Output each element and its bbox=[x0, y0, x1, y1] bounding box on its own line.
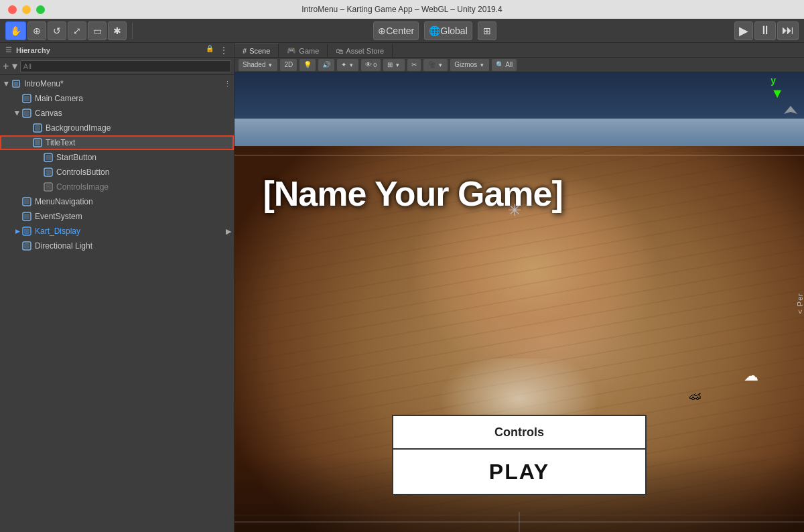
main-camera-icon bbox=[21, 93, 32, 104]
kart-display-label: Kart_Display bbox=[35, 226, 80, 236]
hierarchy-item-startbutton[interactable]: ▶ StartButton bbox=[0, 150, 234, 165]
search-small-icon: 🔍 bbox=[496, 61, 504, 68]
tab-scene[interactable]: # Scene bbox=[234, 44, 279, 57]
controls-button-display: Controls bbox=[392, 415, 647, 450]
canvas-icon bbox=[21, 108, 32, 119]
scene-lighting-button[interactable]: 💡 bbox=[299, 59, 316, 71]
move-tool-button[interactable]: ⊕ bbox=[27, 21, 46, 40]
gizmos-icon: ✂ bbox=[411, 61, 417, 68]
transform-tool-button[interactable]: ✱ bbox=[108, 21, 127, 40]
hierarchy-item-directional-light[interactable]: ▶ Directional Light bbox=[0, 239, 234, 253]
scale-icon: ⤢ bbox=[73, 25, 81, 36]
cloud-object: ☁ bbox=[744, 367, 758, 385]
shaded-dropdown[interactable]: Shaded ▾ bbox=[239, 59, 277, 71]
hand-icon: ✋ bbox=[10, 25, 21, 36]
hierarchy-item-backgroundimage[interactable]: ▶ BackgroundImage bbox=[0, 121, 234, 135]
fx-icon: ✦ bbox=[341, 61, 346, 68]
maximize-button[interactable] bbox=[36, 5, 45, 14]
tab-game[interactable]: 🎮 Game bbox=[279, 44, 328, 57]
2d-button[interactable]: 2D bbox=[280, 59, 297, 71]
kart-more-icon[interactable]: ▶ bbox=[226, 227, 231, 236]
scene-area: # Scene 🎮 Game 🛍 Asset Store Shaded ▾ 2D bbox=[234, 43, 804, 532]
global-icon: 🌐 bbox=[429, 25, 440, 36]
canvas-arrow: ▶ bbox=[13, 109, 21, 117]
move-gizmo bbox=[784, 106, 797, 126]
audio-icon: 🔊 bbox=[322, 61, 330, 68]
toolbar-right: ▶ ⏸ ⏭ bbox=[734, 21, 799, 40]
rotate-icon: ↺ bbox=[53, 25, 61, 36]
hidden-icon: 👁 bbox=[365, 61, 372, 68]
game-buttons: Controls PLAY bbox=[392, 415, 647, 495]
svg-rect-11 bbox=[46, 155, 51, 160]
more-icon[interactable]: ⋮ bbox=[219, 45, 228, 56]
controlsimage-icon bbox=[43, 182, 54, 192]
scene-toolbar: Shaded ▾ 2D 💡 🔊 ✦ ▾ 👁 0 ⊞ ▾ bbox=[234, 58, 804, 72]
grid-icon: ⊞ bbox=[387, 61, 393, 68]
step-button[interactable]: ⏭ bbox=[777, 21, 799, 40]
camera-dropdown-icon: ▾ bbox=[437, 62, 444, 68]
close-button[interactable] bbox=[8, 5, 17, 14]
y-label: y bbox=[770, 75, 784, 86]
pause-button[interactable]: ⏸ bbox=[754, 21, 776, 40]
controlsbutton-icon bbox=[43, 167, 54, 178]
scene-audio-button[interactable]: 🔊 bbox=[318, 59, 334, 71]
controlsbutton-label: ControlsButton bbox=[56, 168, 109, 177]
svg-rect-1 bbox=[14, 82, 18, 86]
scene-gizmos-dropdown[interactable]: ✂ bbox=[407, 59, 421, 71]
expand-arrow: ▶ bbox=[3, 80, 11, 88]
menunavigation-icon bbox=[21, 196, 32, 207]
lighting-icon: 💡 bbox=[304, 61, 312, 68]
search-input[interactable] bbox=[20, 60, 231, 72]
lock-icon[interactable]: 🔒 bbox=[206, 45, 214, 56]
scene-fx-button[interactable]: ✦ ▾ bbox=[337, 59, 358, 71]
tool-group-left: ✋ ⊕ ↺ ⤢ ▭ ✱ bbox=[5, 21, 127, 40]
snap-button[interactable]: ⊞ bbox=[478, 21, 496, 40]
game-tab-icon: 🎮 bbox=[287, 46, 296, 55]
hierarchy-item-controlsbutton[interactable]: ▶ ControlsButton bbox=[0, 165, 234, 180]
hierarchy-scene-root[interactable]: ▶ IntroMenu* ⋮ bbox=[0, 76, 234, 91]
scene-tab-label: Scene bbox=[249, 47, 270, 55]
kart-display-icon bbox=[21, 226, 32, 237]
title-bar: IntroMenu – Karting Game App – WebGL – U… bbox=[0, 0, 804, 19]
all-layers-button[interactable]: 🔍 All bbox=[492, 59, 517, 71]
hierarchy-item-titletext[interactable]: ▶ TitleText bbox=[0, 135, 234, 150]
hierarchy-title: Hierarchy bbox=[16, 46, 50, 54]
svg-rect-7 bbox=[35, 125, 40, 131]
hierarchy-item-kart-display[interactable]: ▶ Kart_Display ▶ bbox=[0, 224, 234, 239]
scene-more-icon[interactable]: ⋮ bbox=[224, 80, 231, 88]
tab-asset-store[interactable]: 🛍 Asset Store bbox=[328, 44, 393, 57]
hierarchy-item-controlsimage[interactable]: ▶ ControlsImage bbox=[0, 180, 234, 194]
center-button[interactable]: ⊕ Center bbox=[373, 21, 419, 40]
perspective-label: < Per bbox=[796, 293, 804, 314]
scene-viewport[interactable]: [Name Your Game] ✳ y ▼ < Per 🏎 ☁ bbox=[234, 72, 804, 532]
scale-tool-button[interactable]: ⤢ bbox=[68, 21, 86, 40]
search-bar: + ▾ bbox=[0, 58, 234, 75]
shaded-dropdown-icon: ▾ bbox=[267, 62, 273, 68]
svg-rect-9 bbox=[35, 140, 40, 145]
add-button[interactable]: + ▾ bbox=[3, 60, 17, 72]
play-button[interactable]: ▶ bbox=[734, 21, 753, 40]
scene-grid-button[interactable]: ⊞ ▾ bbox=[383, 59, 405, 71]
scene-hidden-button[interactable]: 👁 0 bbox=[361, 59, 381, 71]
rect-tool-button[interactable]: ▭ bbox=[88, 21, 107, 40]
hand-tool-button[interactable]: ✋ bbox=[5, 21, 26, 40]
hierarchy-item-eventsystem[interactable]: ▶ EventSystem bbox=[0, 209, 234, 224]
startbutton-label: StartButton bbox=[56, 153, 96, 162]
gizmos-button[interactable]: Gizmos ▾ bbox=[450, 59, 489, 71]
eventsystem-label: EventSystem bbox=[35, 212, 82, 221]
move-icon: ⊕ bbox=[33, 25, 41, 36]
scene-icon bbox=[11, 78, 21, 89]
hierarchy-item-menunavigation[interactable]: ▶ MenuNavigation bbox=[0, 194, 234, 209]
move-arrow-right bbox=[784, 106, 797, 126]
titletext-label: TitleText bbox=[46, 138, 75, 147]
hierarchy-item-canvas[interactable]: ▶ Canvas bbox=[0, 106, 234, 121]
window-controls[interactable] bbox=[8, 5, 45, 14]
minimize-button[interactable] bbox=[22, 5, 31, 14]
canvas-label: Canvas bbox=[35, 109, 62, 118]
hierarchy-item-main-camera[interactable]: ▶ Main Camera bbox=[0, 91, 234, 106]
global-label: Global bbox=[440, 25, 467, 36]
rotate-tool-button[interactable]: ↺ bbox=[48, 21, 66, 40]
controls-btn-label: Controls bbox=[494, 425, 544, 440]
global-button[interactable]: 🌐 Global bbox=[424, 21, 472, 40]
scene-camera-dropdown[interactable]: 🎥 ▾ bbox=[423, 59, 448, 71]
